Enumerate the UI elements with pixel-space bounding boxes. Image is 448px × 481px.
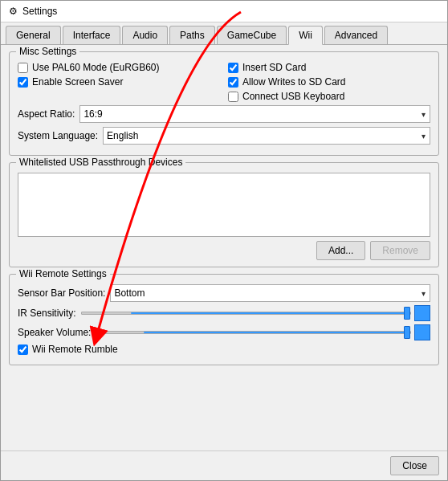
ir-sensitivity-thumb[interactable] xyxy=(404,307,410,320)
screen-saver-row: Enable Screen Saver xyxy=(18,76,220,88)
ir-sensitivity-fill xyxy=(131,312,410,314)
sensor-bar-row: Sensor Bar Position: Top Bottom xyxy=(18,284,430,302)
system-language-label: System Language: xyxy=(18,130,98,141)
connect-usb-row: Connect USB Keyboard xyxy=(228,91,430,102)
wii-remote-settings-group: Wii Remote Settings Sensor Bar Position:… xyxy=(9,274,439,365)
speaker-volume-value-indicator xyxy=(414,324,430,340)
window-icon: ⚙ xyxy=(9,6,18,17)
misc-settings-group: Misc Settings Use PAL60 Mode (EuRGB60) E… xyxy=(9,51,439,156)
speaker-volume-row: Speaker Volume: xyxy=(18,324,430,340)
tab-wii[interactable]: Wii xyxy=(288,26,323,45)
close-button[interactable]: Close xyxy=(390,456,439,475)
title-bar: ⚙ Settings xyxy=(1,1,447,22)
wii-remote-rumble-row: Wii Remote Rumble xyxy=(18,344,430,355)
speaker-volume-label: Speaker Volume: xyxy=(18,327,91,338)
tab-audio[interactable]: Audio xyxy=(122,26,168,44)
speaker-volume-thumb[interactable] xyxy=(404,326,410,339)
speaker-volume-track xyxy=(96,331,411,334)
aspect-ratio-label: Aspect Ratio: xyxy=(18,108,75,120)
speaker-volume-slider-wrapper xyxy=(96,324,430,340)
add-usb-button[interactable]: Add... xyxy=(316,241,365,260)
wii-remote-rumble-label: Wii Remote Rumble xyxy=(32,344,118,355)
use-pal60-row: Use PAL60 Mode (EuRGB60) xyxy=(18,62,220,73)
bottom-bar: Close xyxy=(1,450,447,480)
aspect-ratio-select-wrapper: 4:3 16:9 Stretch to Window xyxy=(79,105,430,123)
main-content: Misc Settings Use PAL60 Mode (EuRGB60) E… xyxy=(1,45,447,450)
sensor-bar-select-wrapper: Top Bottom xyxy=(110,284,430,302)
aspect-ratio-select[interactable]: 4:3 16:9 Stretch to Window xyxy=(79,105,430,123)
misc-settings-title: Misc Settings xyxy=(16,46,79,57)
allow-writes-sd-checkbox[interactable] xyxy=(228,77,238,88)
tab-interface[interactable]: Interface xyxy=(63,26,121,44)
usb-device-listbox[interactable] xyxy=(18,173,430,237)
connect-usb-keyboard-label: Connect USB Keyboard xyxy=(242,91,344,102)
usb-passthrough-group: Whitelisted USB Passthrough Devices Add.… xyxy=(9,162,439,267)
remove-usb-button[interactable]: Remove xyxy=(370,241,430,260)
window-title: Settings xyxy=(22,6,57,17)
ir-sensitivity-row: IR Sensitivity: xyxy=(18,305,430,321)
system-language-row: System Language: English Japanese German… xyxy=(18,127,430,145)
system-language-select-wrapper: English Japanese German French Spanish xyxy=(103,127,430,145)
ir-sensitivity-slider-wrapper xyxy=(81,305,430,321)
tab-general[interactable]: General xyxy=(6,26,61,44)
allow-writes-sd-row: Allow Writes to SD Card xyxy=(228,76,430,88)
insert-sd-row: Insert SD Card xyxy=(228,62,430,73)
enable-screen-saver-label: Enable Screen Saver xyxy=(32,76,123,88)
insert-sd-checkbox[interactable] xyxy=(228,63,238,73)
ir-sensitivity-track xyxy=(81,312,411,315)
tab-gamecube[interactable]: GameCube xyxy=(217,26,287,44)
settings-window: ⚙ Settings General Interface Audio Paths… xyxy=(0,0,448,481)
ir-sensitivity-label: IR Sensitivity: xyxy=(18,308,76,319)
enable-screen-saver-checkbox[interactable] xyxy=(18,77,28,88)
allow-writes-sd-label: Allow Writes to SD Card xyxy=(242,76,345,88)
use-pal60-label: Use PAL60 Mode (EuRGB60) xyxy=(32,62,160,73)
tab-paths[interactable]: Paths xyxy=(169,26,215,44)
wii-remote-settings-title: Wii Remote Settings xyxy=(16,268,110,279)
connect-usb-keyboard-checkbox[interactable] xyxy=(228,92,238,102)
tab-bar: General Interface Audio Paths GameCube W… xyxy=(1,22,447,45)
ir-sensitivity-value-indicator xyxy=(414,305,430,321)
wii-remote-rumble-checkbox[interactable] xyxy=(18,344,28,355)
speaker-volume-fill xyxy=(144,332,410,333)
use-pal60-checkbox[interactable] xyxy=(18,63,28,73)
sensor-bar-label: Sensor Bar Position: xyxy=(18,287,105,299)
system-language-select[interactable]: English Japanese German French Spanish xyxy=(103,127,430,145)
sensor-bar-select[interactable]: Top Bottom xyxy=(110,284,430,302)
tab-advanced[interactable]: Advanced xyxy=(324,26,388,44)
aspect-ratio-row: Aspect Ratio: 4:3 16:9 Stretch to Window xyxy=(18,105,430,123)
usb-buttons-row: Add... Remove xyxy=(18,241,430,260)
insert-sd-label: Insert SD Card xyxy=(242,62,306,73)
usb-passthrough-title: Whitelisted USB Passthrough Devices xyxy=(16,157,185,168)
